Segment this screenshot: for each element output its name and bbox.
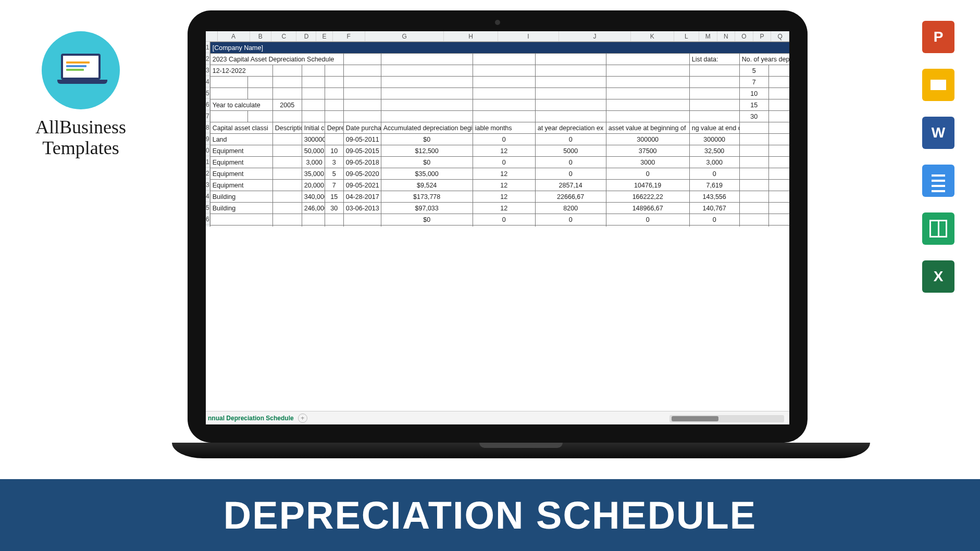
cell[interactable]: 32,500 [689, 145, 739, 157]
cell[interactable]: 12-12-2022 [210, 65, 272, 77]
cell[interactable] [381, 99, 473, 111]
cell[interactable]: 20,000 [302, 180, 325, 191]
cell[interactable] [272, 111, 302, 122]
cell[interactable] [739, 157, 768, 168]
cell[interactable]: $0 [381, 214, 473, 226]
cell[interactable] [473, 54, 535, 65]
cell[interactable]: 15 [325, 191, 343, 203]
cell[interactable] [381, 88, 473, 99]
cell[interactable] [606, 111, 689, 122]
cell[interactable]: iable months [473, 122, 535, 134]
column-header[interactable]: N [717, 31, 736, 41]
cell[interactable] [606, 54, 689, 65]
cell[interactable] [473, 77, 535, 88]
cell[interactable]: 300000 [689, 134, 739, 145]
cell[interactable] [272, 134, 302, 145]
cell[interactable] [689, 99, 739, 111]
cell[interactable] [739, 122, 768, 134]
cell[interactable]: Equipment [210, 168, 272, 180]
sheet-tab[interactable]: nnual Depreciation Schedule [208, 415, 294, 422]
cell[interactable] [381, 54, 473, 65]
cell[interactable] [606, 77, 689, 88]
cell[interactable]: 0 [689, 168, 739, 180]
cell[interactable] [689, 111, 739, 122]
cell[interactable] [325, 65, 343, 77]
cell[interactable]: $173,778 [381, 191, 473, 203]
cell[interactable] [272, 180, 302, 191]
cell[interactable] [606, 65, 689, 77]
cell[interactable] [247, 88, 272, 99]
column-header[interactable]: L [674, 31, 699, 41]
cell[interactable]: 2857,14 [535, 180, 606, 191]
cell[interactable] [768, 77, 789, 88]
cell[interactable]: 12 [473, 203, 535, 214]
cell[interactable] [325, 99, 343, 111]
cell[interactable]: 0 [473, 214, 535, 226]
google-docs-icon[interactable] [922, 165, 954, 197]
cell[interactable]: 5 [325, 168, 343, 180]
row-header[interactable]: 8 [206, 122, 209, 133]
cell[interactable] [606, 88, 689, 99]
cell[interactable] [739, 134, 768, 145]
cell[interactable]: 7,619 [689, 180, 739, 191]
column-header[interactable]: I [498, 31, 559, 41]
cell[interactable] [535, 99, 606, 111]
cell[interactable]: 12 [473, 145, 535, 157]
cell[interactable] [739, 145, 768, 157]
cell[interactable] [302, 77, 325, 88]
column-header[interactable]: K [631, 31, 674, 41]
column-header[interactable]: Q [771, 31, 789, 41]
cell[interactable] [768, 191, 789, 203]
cell[interactable]: 7 [739, 77, 768, 88]
row-header[interactable]: 1 [206, 42, 209, 53]
cell[interactable]: 140,767 [689, 203, 739, 214]
cell[interactable]: $97,033 [381, 203, 473, 214]
row-header[interactable]: 1 [206, 156, 209, 168]
cell[interactable]: Year to calculate [210, 99, 272, 111]
cell[interactable] [325, 77, 343, 88]
cell[interactable] [343, 77, 381, 88]
cell[interactable]: 0 [535, 168, 606, 180]
cell[interactable]: 0 [535, 214, 606, 226]
cell[interactable]: 166222,22 [606, 191, 689, 203]
cell[interactable] [247, 77, 272, 88]
cell[interactable] [768, 214, 789, 226]
cell[interactable]: Depreciab [325, 122, 343, 134]
row-header[interactable]: 7 [206, 110, 209, 122]
cell[interactable]: 37500 [606, 145, 689, 157]
cell[interactable] [739, 203, 768, 214]
cell[interactable] [325, 214, 343, 226]
cell[interactable] [210, 214, 272, 226]
cell[interactable]: 0 [689, 226, 739, 227]
cell[interactable]: 09-05-2021 [343, 180, 381, 191]
cell[interactable]: 0 [473, 226, 535, 227]
cell[interactable]: $0 [381, 134, 473, 145]
cell[interactable]: $0 [381, 157, 473, 168]
cell[interactable]: 0 [473, 134, 535, 145]
cell[interactable] [272, 77, 302, 88]
cell[interactable]: $0 [381, 226, 473, 227]
cell[interactable]: 10 [739, 88, 768, 99]
column-header[interactable]: O [735, 31, 753, 41]
cell[interactable] [535, 65, 606, 77]
cell[interactable] [325, 134, 343, 145]
cell[interactable] [739, 214, 768, 226]
cell[interactable]: 0 [689, 214, 739, 226]
column-header[interactable]: J [559, 31, 631, 41]
cell[interactable]: 09-05-2018 [343, 157, 381, 168]
cell[interactable] [210, 111, 247, 122]
cell[interactable] [272, 168, 302, 180]
cell[interactable]: 09-05-2015 [343, 145, 381, 157]
cell[interactable] [473, 65, 535, 77]
cell[interactable] [768, 203, 789, 214]
cell[interactable] [535, 88, 606, 99]
cell[interactable]: 300000 [606, 134, 689, 145]
word-icon[interactable] [922, 117, 954, 149]
cell[interactable]: 09-05-2020 [343, 168, 381, 180]
cell[interactable] [606, 99, 689, 111]
cell[interactable]: Land [210, 134, 272, 145]
cell[interactable]: Equipment [210, 180, 272, 191]
cell[interactable] [302, 214, 325, 226]
cell[interactable] [210, 226, 272, 227]
cell[interactable] [689, 65, 739, 77]
